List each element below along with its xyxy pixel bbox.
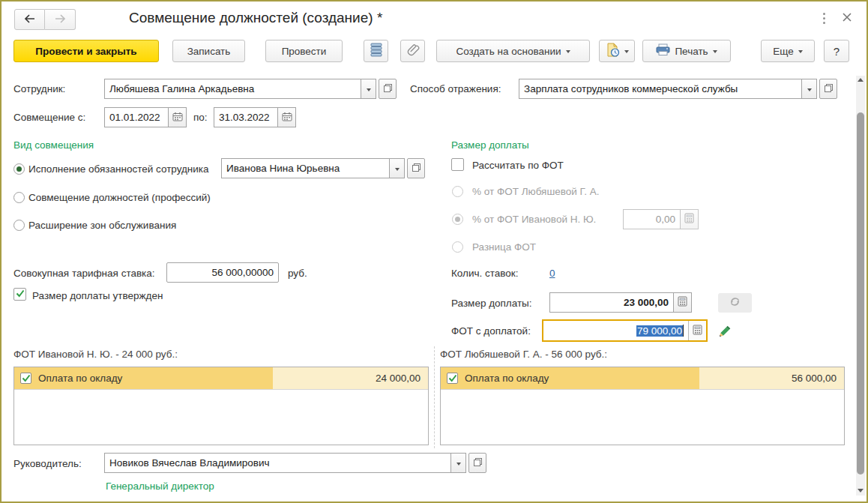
manager-open-button[interactable]: [468, 453, 486, 473]
radio-percent-lyubyasheva-label: % от ФОТ Любяшевой Г. А.: [472, 186, 599, 197]
create-based-on-button[interactable]: Создать на основании: [436, 40, 590, 62]
more-button[interactable]: Еще: [761, 40, 815, 62]
row-checkbox[interactable]: [20, 373, 31, 384]
period-from-input[interactable]: 01.01.2022: [104, 107, 169, 127]
rates-count-link[interactable]: 0: [549, 268, 555, 279]
fot-total-input[interactable]: 79 000,00: [543, 321, 688, 340]
calc-by-fot-label: Рассчитать по ФОТ: [472, 160, 564, 171]
post-and-close-label: Провести и закрыть: [35, 46, 136, 57]
manager-position: Генеральный директор: [106, 481, 214, 492]
fot-total-label: ФОТ с доплатой:: [451, 325, 531, 337]
fot-right-table: Оплата по окладу 56 000,00: [440, 367, 845, 445]
table-row[interactable]: Оплата по окладу 56 000,00: [441, 367, 844, 390]
fot-total-field: 79 000,00: [542, 319, 708, 342]
reflection-dropdown-button[interactable]: [802, 79, 817, 99]
employee-open-button[interactable]: [379, 79, 397, 99]
rates-count-label: Колич. ставок:: [451, 268, 519, 279]
refresh-icon: [729, 296, 741, 310]
post-and-close-button[interactable]: Провести и закрыть: [13, 40, 159, 62]
period-to-label: по:: [193, 112, 208, 123]
approved-checkbox[interactable]: [13, 288, 26, 301]
substitute-dropdown-button[interactable]: [390, 158, 405, 178]
radio-combination[interactable]: [13, 192, 25, 203]
radio-duties-label: Исполнение обязанностей сотрудника: [28, 163, 209, 175]
employee-dropdown-button[interactable]: [361, 79, 376, 99]
calc-by-fot-checkbox[interactable]: [451, 158, 464, 171]
open-form-icon: [412, 163, 421, 175]
calendar-icon: [172, 112, 183, 124]
calculator-icon: [693, 325, 702, 337]
create-based-on-label: Создать на основании: [456, 46, 561, 57]
substitute-input[interactable]: Иванова Нина Юрьевна: [221, 158, 390, 178]
scroll-down-button[interactable]: [856, 487, 865, 494]
table-row[interactable]: Оплата по окладу 24 000,00: [14, 367, 428, 390]
help-label: ?: [834, 45, 840, 58]
substitute-field: Иванова Нина Юрьевна: [221, 158, 425, 178]
open-form-icon: [473, 457, 483, 469]
supplement-amount-calc-button[interactable]: [674, 292, 692, 313]
manager-label: Руководитель:: [13, 458, 82, 469]
chevron-down-icon: [807, 88, 812, 91]
period-to-field: 31.03.2022: [214, 107, 296, 127]
back-button[interactable]: [14, 9, 45, 30]
percent-input[interactable]: 0,00: [623, 209, 681, 229]
vertical-scrollbar[interactable]: [856, 76, 865, 496]
fot-right-amount-cell: 56 000,00: [699, 367, 844, 389]
nav-buttons: [14, 9, 76, 30]
tariff-input[interactable]: 56 000,00000: [166, 262, 279, 283]
paperclip-icon: [406, 43, 420, 59]
radio-expansion[interactable]: [13, 220, 25, 231]
forward-arrow-icon: [55, 14, 66, 25]
calculator-icon: [678, 296, 687, 309]
fot-right-name-cell: Оплата по окладу: [441, 367, 699, 389]
radio-percent-ivanova[interactable]: [452, 214, 463, 225]
recalculate-button[interactable]: [718, 293, 752, 313]
manager-dropdown-button[interactable]: [451, 453, 466, 473]
write-button[interactable]: Записать: [172, 40, 245, 62]
calculator-icon: [684, 213, 694, 226]
edit-pencil-button[interactable]: [720, 322, 735, 340]
radio-duties[interactable]: [13, 163, 25, 175]
supplement-amount-input[interactable]: 23 000,00: [549, 292, 674, 313]
employee-input[interactable]: Любяшева Галина Аркадьевна: [104, 79, 361, 99]
checkmark-icon: [16, 289, 25, 300]
text-cursor: [683, 325, 684, 337]
period-to-input[interactable]: 31.03.2022: [214, 107, 278, 127]
chevron-down-icon: [713, 50, 717, 53]
post-button[interactable]: Провести: [265, 40, 343, 62]
fot-total-calc-button[interactable]: [688, 321, 706, 340]
period-from-calendar-button[interactable]: [169, 107, 187, 127]
close-icon[interactable]: [840, 10, 855, 25]
period-from-field: 01.01.2022: [104, 107, 187, 127]
scroll-up-button[interactable]: [856, 76, 865, 83]
reflection-label: Способ отражения:: [410, 83, 501, 94]
calendar-icon: [282, 112, 292, 124]
page-title: Совмещение должностей (создание) *: [129, 10, 382, 26]
supplement-heading: Размер доплаты: [451, 139, 529, 151]
radio-difference[interactable]: [452, 241, 463, 253]
triangle-up-icon: [858, 78, 864, 82]
period-to-calendar-button[interactable]: [278, 107, 296, 127]
radio-percent-lyubyasheva[interactable]: [452, 186, 463, 197]
back-arrow-icon: [24, 14, 35, 25]
fot-left-name-cell: Оплата по окладу: [14, 367, 273, 389]
reflection-open-button[interactable]: [819, 79, 837, 99]
print-button[interactable]: Печать: [642, 40, 731, 62]
help-button[interactable]: ?: [824, 40, 849, 62]
chevron-down-icon: [395, 168, 400, 171]
substitute-open-button[interactable]: [407, 158, 425, 178]
more-menu-icon[interactable]: [817, 10, 831, 26]
percent-calc-button[interactable]: [681, 209, 699, 229]
reminder-button[interactable]: [599, 40, 635, 62]
row-checkbox[interactable]: [447, 373, 458, 384]
chevron-down-icon: [367, 88, 371, 91]
scrollbar-thumb[interactable]: [857, 112, 864, 475]
tables-splitter[interactable]: [434, 346, 435, 448]
reflection-field: Зарплата сотрудников коммерческой службы: [519, 79, 837, 99]
accrual-name: Оплата по окладу: [38, 373, 122, 384]
document-movements-button[interactable]: [364, 40, 388, 62]
forward-button[interactable]: [45, 9, 76, 30]
reflection-input[interactable]: Зарплата сотрудников коммерческой службы: [519, 79, 802, 99]
attachments-button[interactable]: [400, 40, 425, 62]
manager-input[interactable]: Новиков Вячеслав Владимирович: [104, 453, 451, 473]
